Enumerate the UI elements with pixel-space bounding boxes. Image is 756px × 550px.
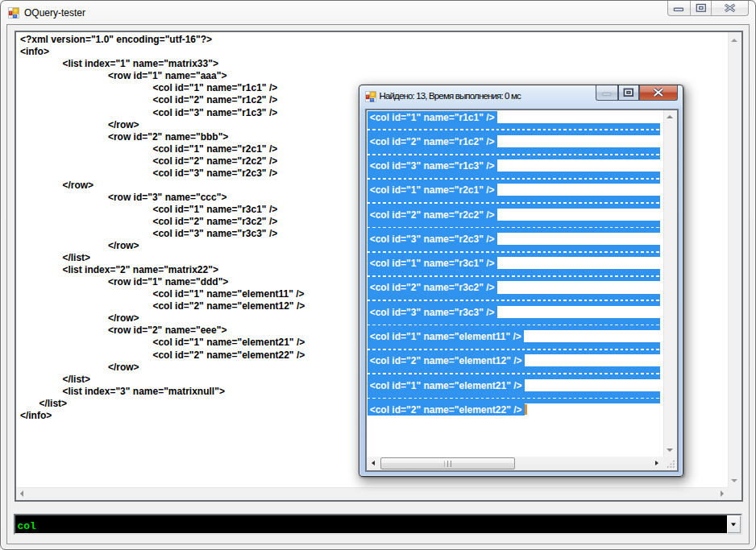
results-scrollbar-thumb[interactable] [380, 457, 515, 469]
results-scroll-right-icon[interactable] [655, 461, 658, 465]
result-item-separator [368, 269, 661, 281]
maximize-button[interactable] [690, 1, 712, 15]
xml-line: </list> [62, 374, 90, 386]
result-item-separator [368, 147, 661, 159]
xml-line: </row> [62, 180, 93, 192]
xml-line: <col id="3" name="r1c3" /> [152, 107, 277, 119]
minimize-button[interactable] [668, 1, 690, 15]
results-listbox[interactable]: <col id="1" name="r1c1" /><col id="2" na… [365, 109, 679, 473]
result-item-separator [368, 196, 661, 208]
xml-line: </row> [108, 362, 139, 374]
close-button[interactable] [711, 1, 748, 15]
xml-line: <row id="1" name="aaa"> [108, 70, 227, 82]
xml-line: <info> [20, 46, 49, 58]
results-scroll-down-icon[interactable] [667, 449, 673, 452]
result-item[interactable]: <col id="2" name="element22" /> [368, 403, 661, 416]
result-item[interactable]: <col id="2" name="r3c2" /> [368, 281, 661, 293]
result-item-separator [368, 294, 661, 306]
result-item-text: <col id="3" name="r2c3" /> [368, 233, 497, 245]
close-icon [724, 4, 736, 13]
xml-line: <col id="2" name="element22" /> [152, 349, 305, 362]
app-icon [8, 7, 19, 19]
result-item[interactable]: <col id="3" name="r2c3" /> [368, 233, 661, 245]
results-horizontal-scrollbar[interactable] [367, 457, 663, 470]
xml-line: </list> [39, 398, 67, 410]
results-scroll-up-icon[interactable] [667, 115, 673, 118]
xml-line: <col id="2" name="r3c2" /> [152, 216, 277, 228]
result-item[interactable]: <col id="1" name="element11" /> [368, 330, 661, 342]
main-caption-buttons [667, 1, 749, 16]
dialog-minimize-icon [601, 92, 612, 97]
dialog-close-button[interactable] [639, 85, 678, 101]
dialog-maximize-icon [623, 88, 634, 97]
xml-line: <row id="2" name="eee"> [108, 325, 227, 337]
xml-line: <col id="1" name="element21" /> [152, 337, 305, 349]
results-scrollbar-corner [663, 457, 677, 470]
result-item[interactable]: <col id="3" name="r1c3" /> [368, 159, 661, 172]
result-item[interactable]: <col id="2" name="r1c2" /> [368, 135, 661, 147]
result-item-text: <col id="2" name="element12" /> [368, 354, 525, 366]
result-item[interactable]: <col id="1" name="r3c1" /> [368, 257, 661, 269]
results-dialog: Найдено: 13, Время выполнения: 0 мс <col… [359, 85, 683, 477]
results-scroll-left-icon[interactable] [372, 461, 375, 465]
query-combobox-value[interactable]: col [18, 515, 36, 533]
scroll-down-icon[interactable] [731, 479, 737, 482]
dialog-minimize-button[interactable] [596, 85, 618, 101]
result-item-text: <col id="2" name="r2c2" /> [368, 209, 497, 221]
text-caret [525, 404, 527, 415]
result-item[interactable]: <col id="1" name="r2c1" /> [368, 184, 661, 196]
xml-line: <list index="2" name="matrix22"> [62, 264, 218, 276]
xml-line: <row id="2" name="bbb"> [108, 131, 228, 143]
xml-line: <list index="1" name="matrix33"> [62, 58, 218, 70]
result-item-separator [368, 123, 661, 135]
xml-line: <col id="2" name="r1c2" /> [152, 94, 277, 106]
xml-line: <col id="3" name="r3c3" /> [152, 228, 277, 240]
scroll-up-icon[interactable] [731, 39, 737, 42]
xml-line: </row> [108, 312, 139, 325]
editor-horizontal-scrollbar[interactable] [16, 487, 728, 500]
xml-line: <col id="3" name="r2c3" /> [152, 167, 277, 180]
result-item-text: <col id="3" name="r3c3" /> [368, 306, 497, 318]
editor-vertical-scrollbar[interactable] [728, 32, 741, 487]
result-item-separator [368, 172, 661, 184]
xml-line: <row id="3" name="ccc"> [108, 192, 227, 204]
result-item-separator [368, 221, 661, 233]
xml-line: <?xml version="1.0" encoding="utf-16"?> [20, 34, 212, 46]
xml-line: <col id="2" name="element12" /> [152, 300, 305, 312]
result-item[interactable]: <col id="1" name="element21" /> [368, 379, 661, 391]
editor-scrollbar-corner [728, 487, 741, 500]
result-item-separator [368, 245, 661, 257]
xml-line: </info> [20, 410, 52, 422]
scroll-right-icon[interactable] [721, 490, 724, 497]
resize-grip-icon[interactable] [667, 461, 675, 469]
result-item-text: <col id="3" name="r1c3" /> [368, 159, 497, 172]
result-item-separator [368, 391, 661, 403]
main-titlebar[interactable]: OQuery-tester [1, 1, 755, 25]
result-item[interactable]: <col id="2" name="r2c2" /> [368, 209, 661, 221]
combobox-dropdown-button[interactable] [727, 515, 741, 533]
maximize-icon [696, 3, 707, 13]
result-item-text: <col id="1" name="r3c1" /> [368, 257, 497, 269]
result-item-separator [368, 318, 661, 330]
result-item[interactable]: <col id="2" name="element12" /> [368, 354, 661, 366]
dialog-close-icon [652, 88, 664, 97]
dropdown-icon [731, 523, 736, 526]
result-item-separator [368, 342, 661, 354]
scroll-left-icon[interactable] [20, 490, 23, 497]
xml-line: </row> [108, 240, 139, 252]
result-item[interactable]: <col id="3" name="r3c3" /> [368, 306, 661, 318]
query-combobox[interactable]: col [14, 514, 742, 535]
xml-line: <row id="1" name="ddd"> [108, 276, 228, 288]
xml-line: <col id="1" name="r2c1" /> [152, 143, 277, 155]
xml-line: <col id="1" name="r3c1" /> [152, 204, 277, 216]
result-item-text: <col id="2" name="r1c2" /> [368, 135, 497, 147]
result-item[interactable]: <col id="1" name="r1c1" /> [368, 111, 661, 123]
result-item-text: <col id="1" name="r1c1" /> [368, 111, 497, 123]
results-vertical-scrollbar[interactable] [663, 110, 677, 457]
dialog-title: Найдено: 13, Время выполнения: 0 мс [380, 91, 521, 101]
results-list-items: <col id="1" name="r1c1" /><col id="2" na… [368, 111, 661, 416]
xml-line: <col id="1" name="element11" /> [152, 288, 304, 300]
dialog-maximize-button[interactable] [618, 85, 639, 101]
main-window-title: OQuery-tester [24, 7, 85, 19]
result-item-text: <col id="1" name="element11" /> [368, 330, 525, 342]
